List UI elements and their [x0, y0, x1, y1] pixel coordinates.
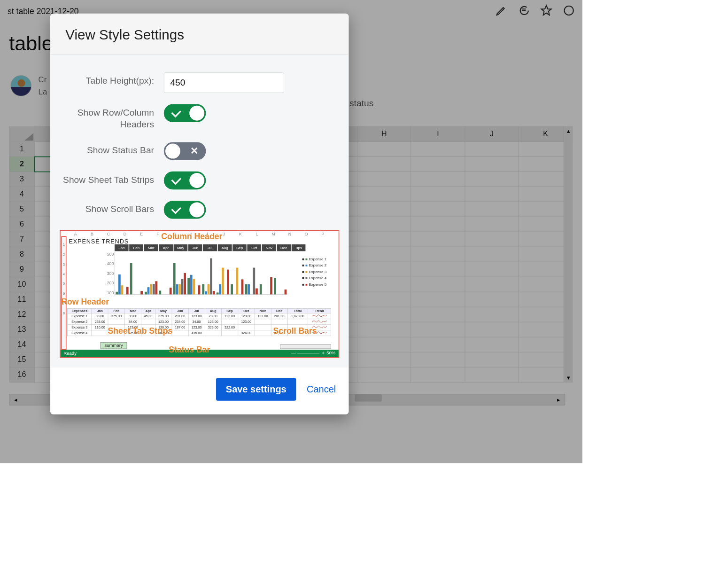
dialog-title: View Style Settings: [65, 27, 333, 43]
layout-preview-diagram: ABCDEFGHIJKLMNOP 12345678 EXPENSE TRENDS…: [60, 230, 339, 358]
annot-sheet-tab-strips: Sheet Tab Strips: [108, 326, 173, 336]
show-tabstrips-label: Show Sheet Tab Strips: [59, 172, 154, 186]
annot-status-bar: Status Bar: [169, 345, 210, 355]
preview-sheet-tab: summary: [101, 342, 127, 349]
table-height-input[interactable]: [164, 72, 284, 93]
show-headers-toggle[interactable]: [164, 104, 206, 122]
show-scrollbars-toggle[interactable]: [164, 201, 206, 219]
show-scrollbars-label: Show Scroll Bars: [59, 201, 154, 215]
table-height-label: Table Height(px):: [59, 72, 154, 87]
dialog-header: View Style Settings: [50, 14, 349, 55]
show-tabstrips-toggle[interactable]: [164, 172, 206, 189]
show-headers-label: Show Row/Column Headers: [59, 104, 154, 131]
show-statusbar-label: Show Status Bar: [59, 142, 154, 156]
save-button[interactable]: Save settings: [216, 378, 296, 401]
show-statusbar-toggle[interactable]: [164, 142, 206, 160]
annot-row-header: Row Header: [61, 297, 109, 307]
annot-column-header: Column Header: [161, 232, 222, 242]
cancel-button[interactable]: Cancel: [307, 384, 336, 395]
view-style-settings-dialog: View Style Settings Table Height(px): Sh…: [50, 14, 349, 415]
annot-scroll-bars: Scroll Bars: [273, 326, 317, 336]
